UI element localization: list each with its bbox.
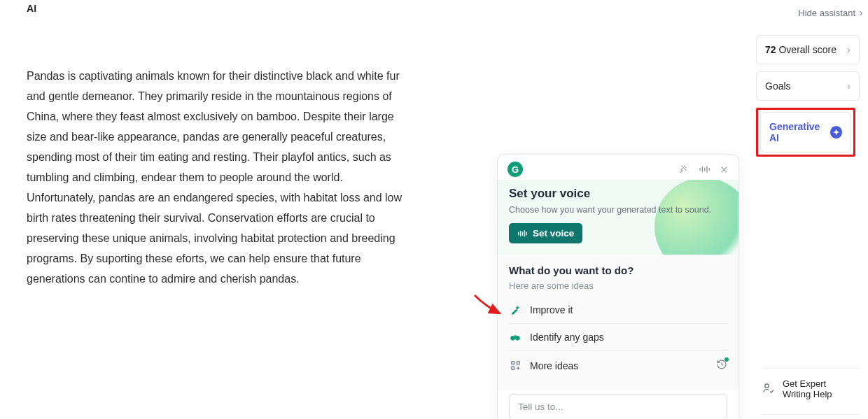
- voice-section: Set your voice Choose how you want your …: [498, 180, 738, 255]
- idea-improve-it[interactable]: Improve it: [509, 297, 727, 324]
- sidebar: Hide assistant ›› 72 Overall score › Goa…: [756, 0, 868, 419]
- grammarly-logo-icon: G: [507, 162, 523, 177]
- todo-subtitle: Here are some ideas: [509, 280, 727, 291]
- close-icon[interactable]: [720, 164, 729, 174]
- lightbulb-icon: ✦: [830, 126, 842, 139]
- assistant-header: G: [498, 155, 738, 180]
- voice-subtitle: Choose how you want your generated text …: [509, 205, 727, 215]
- generative-ai-card[interactable]: Generative AI ✦: [760, 112, 851, 152]
- set-voice-button[interactable]: Set voice: [509, 223, 582, 243]
- todo-section: What do you want to do? Here are some id…: [498, 255, 738, 390]
- idea-improve-label: Improve it: [530, 304, 573, 315]
- binoculars-icon: [509, 332, 522, 343]
- idea-gaps-label: Identify any gaps: [530, 332, 604, 343]
- sidebar-cards: 72 Overall score › Goals › Generative AI…: [756, 22, 868, 157]
- expert-help-line2: Writing Help: [783, 389, 832, 399]
- expert-help-line1: Get Expert: [783, 378, 826, 389]
- expert-help-button[interactable]: Get Expert Writing Help: [762, 368, 860, 399]
- idea-more-ideas[interactable]: More ideas: [509, 351, 727, 380]
- generative-ai-label: Generative AI: [769, 121, 830, 143]
- voice-wave-icon[interactable]: [699, 164, 710, 174]
- hide-assistant-label: Hide assistant: [798, 8, 855, 18]
- assistant-header-actions: [679, 164, 729, 174]
- overall-score-card[interactable]: 72 Overall score ›: [756, 35, 860, 64]
- document-title[interactable]: AI: [27, 3, 36, 14]
- goals-label: Goals: [765, 80, 791, 92]
- document-body[interactable]: Pandas is captivating animals known for …: [27, 66, 405, 289]
- prompt-input[interactable]: [518, 402, 718, 412]
- svg-rect-14: [511, 362, 514, 364]
- chevron-right-icon: ›: [847, 44, 850, 55]
- magic-wand-icon: [509, 304, 522, 315]
- pin-icon[interactable]: [679, 164, 689, 174]
- hide-assistant-button[interactable]: Hide assistant ››: [756, 3, 868, 22]
- goals-card[interactable]: Goals ›: [756, 71, 860, 101]
- grid-plus-icon: [509, 360, 522, 371]
- svg-rect-15: [511, 367, 514, 369]
- overall-score-number: 72: [765, 44, 776, 55]
- person-check-icon: [762, 381, 776, 397]
- idea-identify-gaps[interactable]: Identify any gaps: [509, 324, 727, 351]
- svg-point-0: [765, 384, 769, 388]
- notification-dot-icon: [724, 357, 729, 362]
- todo-title: What do you want to do?: [509, 264, 727, 276]
- chevron-right-icon: ›: [847, 80, 850, 92]
- divider: [762, 414, 860, 415]
- annotation-highlight: Generative AI ✦: [756, 108, 855, 157]
- svg-rect-16: [517, 362, 519, 364]
- overall-score-text: 72 Overall score: [765, 44, 836, 55]
- expert-help-text: Get Expert Writing Help: [783, 378, 832, 399]
- voice-wave-icon: [517, 229, 527, 238]
- prompt-input-wrap[interactable]: [509, 394, 727, 419]
- assistant-panel: G Set your voice Choose how you want you…: [497, 154, 739, 419]
- idea-more-label: More ideas: [530, 360, 578, 371]
- svg-rect-13: [514, 335, 517, 337]
- overall-score-label: Overall score: [778, 44, 836, 55]
- voice-title: Set your voice: [509, 187, 727, 201]
- set-voice-label: Set voice: [533, 228, 574, 239]
- history-icon[interactable]: [716, 359, 727, 372]
